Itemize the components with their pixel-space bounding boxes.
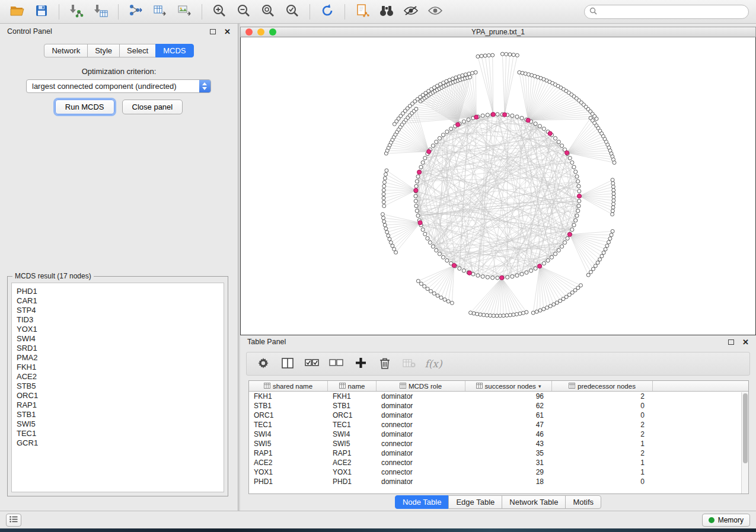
cell-successor-nodes[interactable]: 62	[465, 402, 552, 410]
cell-predecessor-nodes[interactable]: 1	[552, 468, 653, 476]
zoom-fit-button[interactable]	[258, 3, 278, 21]
result-node[interactable]: SWI4	[17, 334, 224, 344]
cell-name[interactable]: ORC1	[328, 411, 377, 419]
cell-mcds-role[interactable]: connector	[377, 421, 465, 429]
cell-name[interactable]: PHD1	[328, 477, 377, 486]
memory-button[interactable]: Memory	[702, 514, 750, 527]
tab-network-table[interactable]: Network Table	[502, 495, 566, 509]
tab-style[interactable]: Style	[87, 44, 120, 57]
clear-values-button[interactable]	[328, 355, 344, 372]
cell-name[interactable]: TEC1	[328, 421, 377, 429]
optimization-criterion-dropdown[interactable]: largest connected component (undirected)	[26, 79, 211, 93]
result-node[interactable]: PHD1	[17, 287, 224, 296]
cell-shared-name[interactable]: ACE2	[249, 459, 328, 467]
cell-name[interactable]: ACE2	[328, 459, 377, 467]
float-table-panel-icon[interactable]	[728, 339, 734, 345]
result-node[interactable]: YOX1	[17, 325, 224, 334]
result-node[interactable]: FKH1	[17, 363, 224, 372]
cell-shared-name[interactable]: YOX1	[249, 468, 328, 476]
cell-mcds-role[interactable]: dominator	[377, 411, 465, 419]
show-graphics-button[interactable]	[425, 3, 445, 21]
table-row[interactable]: SWI5SWI5connector431	[249, 439, 748, 448]
result-node[interactable]: SRD1	[17, 344, 224, 353]
cell-predecessor-nodes[interactable]: 2	[552, 392, 653, 400]
float-panel-icon[interactable]	[210, 29, 216, 34]
close-panel-icon[interactable]: ✕	[224, 27, 231, 36]
cell-predecessor-nodes[interactable]: 0	[552, 477, 653, 486]
table-row[interactable]: SWI4SWI4dominator462	[249, 430, 748, 439]
cell-mcds-role[interactable]: connector	[377, 459, 465, 467]
tab-mcds[interactable]: MCDS	[155, 44, 193, 57]
run-mcds-button[interactable]: Run MCDS	[55, 100, 114, 114]
result-node[interactable]: ORC1	[17, 391, 224, 400]
cell-name[interactable]: FKH1	[328, 392, 377, 400]
save-session-button[interactable]	[31, 3, 52, 21]
cell-predecessor-nodes[interactable]: 0	[552, 402, 653, 410]
table-row[interactable]: TEC1TEC1connector472	[249, 420, 748, 430]
cell-successor-nodes[interactable]: 43	[465, 440, 552, 448]
delete-column-button[interactable]	[401, 355, 417, 372]
cell-shared-name[interactable]: SWI5	[249, 440, 328, 448]
find-neighbors-button[interactable]	[377, 3, 397, 21]
table-row[interactable]: RAP1RAP1dominator352	[249, 448, 748, 458]
cell-name[interactable]: SWI5	[328, 440, 377, 448]
cell-name[interactable]: SWI4	[328, 430, 377, 438]
apply-layout-button[interactable]	[317, 3, 337, 21]
result-node[interactable]: ACE2	[17, 372, 224, 382]
result-node[interactable]: RAP1	[17, 400, 224, 410]
cell-successor-nodes[interactable]: 46	[465, 430, 552, 438]
result-node[interactable]: CAR1	[17, 296, 224, 306]
table-row[interactable]: ORC1ORC1dominator610	[249, 411, 748, 420]
cell-predecessor-nodes[interactable]: 1	[552, 459, 653, 467]
table-row[interactable]: ACE2ACE2connector311	[249, 458, 748, 467]
tab-node-table[interactable]: Node Table	[395, 495, 449, 509]
cell-predecessor-nodes[interactable]: 2	[552, 430, 653, 438]
show-columns-button[interactable]	[279, 355, 296, 372]
zoom-out-button[interactable]	[234, 3, 254, 21]
cell-predecessor-nodes[interactable]: 2	[552, 421, 653, 429]
export-table-button[interactable]	[150, 3, 170, 21]
set-values-button[interactable]	[304, 355, 320, 372]
zoom-selected-button[interactable]	[282, 3, 302, 21]
column-header-predecessor-nodes[interactable]: predecessor nodes	[552, 381, 653, 391]
search-input[interactable]	[600, 8, 744, 16]
cell-mcds-role[interactable]: dominator	[377, 430, 465, 438]
result-node[interactable]: STB1	[17, 410, 224, 419]
cell-shared-name[interactable]: FKH1	[249, 392, 328, 400]
column-header-name[interactable]: name	[328, 381, 377, 391]
cell-successor-nodes[interactable]: 96	[465, 392, 552, 400]
result-node[interactable]: TEC1	[17, 429, 224, 438]
hide-graphics-button[interactable]	[401, 3, 421, 21]
table-row[interactable]: STB1STB1dominator620	[249, 401, 748, 411]
cell-shared-name[interactable]: STB1	[249, 402, 328, 410]
cell-shared-name[interactable]: SWI4	[249, 430, 328, 438]
cell-mcds-role[interactable]: connector	[377, 440, 465, 448]
result-node[interactable]: SWI5	[17, 419, 224, 429]
export-network-button[interactable]	[126, 3, 146, 21]
result-node[interactable]: STP4	[17, 306, 224, 315]
result-node[interactable]: TID3	[17, 315, 224, 325]
mcds-result-list[interactable]: PHD1CAR1STP4TID3YOX1SWI4SRD1PMA2FKH1ACE2…	[11, 283, 224, 492]
cell-successor-nodes[interactable]: 31	[465, 459, 552, 467]
network-window-titlebar[interactable]: YPA_prune.txt_1	[240, 27, 756, 37]
network-graph[interactable]	[241, 37, 755, 335]
task-history-button[interactable]	[6, 514, 21, 527]
import-table-button[interactable]	[91, 3, 111, 21]
close-table-panel-icon[interactable]: ✕	[742, 338, 749, 347]
cell-mcds-role[interactable]: dominator	[377, 402, 465, 410]
cell-successor-nodes[interactable]: 47	[465, 421, 552, 429]
table-row[interactable]: PHD1PHD1dominator180	[249, 477, 748, 486]
add-row-button[interactable]	[352, 355, 369, 372]
result-node[interactable]: STB5	[17, 382, 224, 391]
table-scrollbar[interactable]	[741, 392, 748, 493]
open-session-button[interactable]	[7, 3, 27, 21]
cell-predecessor-nodes[interactable]: 2	[552, 449, 653, 457]
search-box[interactable]	[584, 5, 749, 19]
column-header-shared-name[interactable]: shared name	[249, 381, 328, 391]
column-header-successor-nodes[interactable]: successor nodes▾	[465, 381, 552, 391]
share-network-button[interactable]	[352, 3, 372, 21]
cell-mcds-role[interactable]: dominator	[377, 392, 465, 400]
zoom-in-button[interactable]	[209, 3, 229, 21]
result-node[interactable]: PMA2	[17, 353, 224, 363]
close-mcds-panel-button[interactable]: Close panel	[122, 100, 183, 114]
